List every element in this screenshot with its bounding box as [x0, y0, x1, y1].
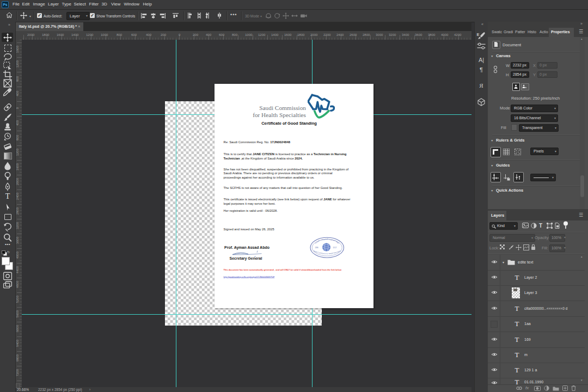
svg-text:13 17: 13 17 [333, 247, 337, 249]
svg-text:1396: 1396 [315, 247, 319, 249]
svg-text:E: E [476, 32, 479, 37]
